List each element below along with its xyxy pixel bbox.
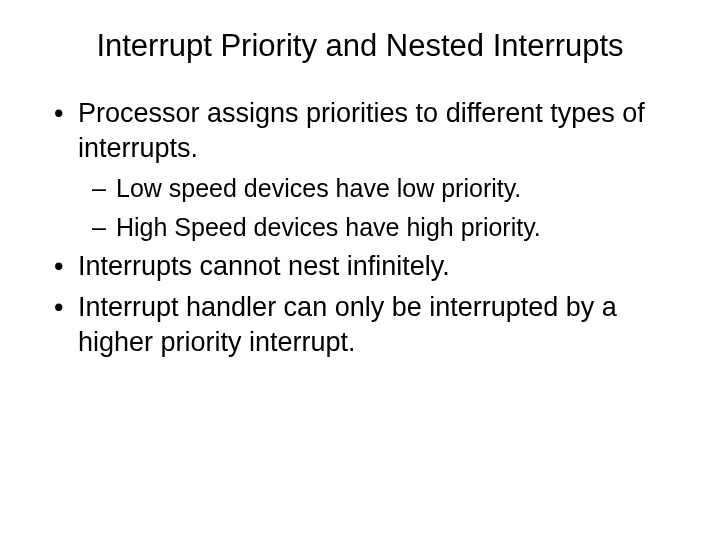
- bullet-item: • Interrupt handler can only be interrup…: [50, 290, 680, 360]
- sub-bullet-text: High Speed devices have high priority.: [116, 211, 680, 244]
- bullet-icon: •: [50, 249, 78, 284]
- bullet-text: Processor assigns priorities to differen…: [78, 96, 680, 166]
- dash-icon: –: [92, 211, 116, 244]
- sub-bullet-item: – Low speed devices have low priority.: [92, 172, 680, 205]
- slide-title: Interrupt Priority and Nested Interrupts: [40, 28, 680, 64]
- bullet-icon: •: [50, 96, 78, 131]
- sub-bullet-text: Low speed devices have low priority.: [116, 172, 680, 205]
- bullet-item: • Processor assigns priorities to differ…: [50, 96, 680, 166]
- bullet-icon: •: [50, 290, 78, 325]
- slide-content: • Processor assigns priorities to differ…: [40, 96, 680, 360]
- dash-icon: –: [92, 172, 116, 205]
- slide: Interrupt Priority and Nested Interrupts…: [0, 0, 720, 540]
- bullet-text: Interrupts cannot nest infinitely.: [78, 249, 680, 284]
- sub-bullet-item: – High Speed devices have high priority.: [92, 211, 680, 244]
- bullet-item: • Interrupts cannot nest infinitely.: [50, 249, 680, 284]
- bullet-text: Interrupt handler can only be interrupte…: [78, 290, 680, 360]
